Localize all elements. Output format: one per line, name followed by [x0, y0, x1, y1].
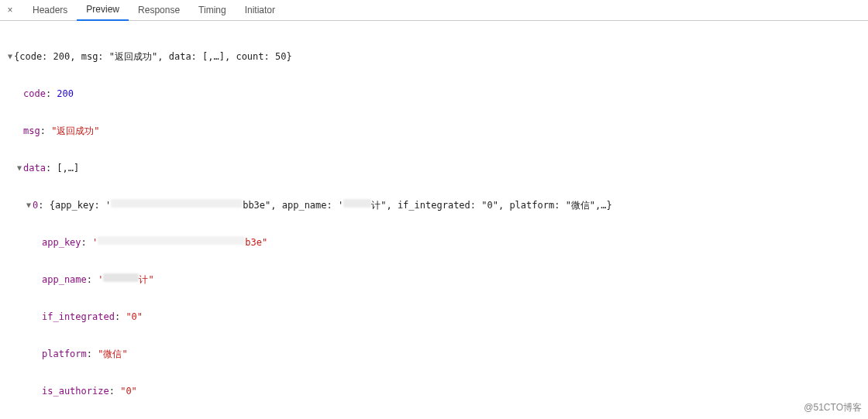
response-preview-tree: ▼{code: 200, msg: "返回成功", data: [,…], co…	[0, 21, 868, 419]
field-app-key[interactable]: ▼app_key: 'b3e"	[6, 236, 868, 249]
field-is-authorize[interactable]: ▼is_authorize: "0"	[6, 385, 868, 397]
root-summary[interactable]: ▼{code: 200, msg: "返回成功", data: [,…], co…	[6, 50, 868, 63]
field-msg[interactable]: ▼msg: "返回成功"	[6, 125, 868, 137]
tab-headers[interactable]: Headers	[23, 0, 77, 20]
field-if-integrated[interactable]: ▼if_integrated: "0"	[6, 311, 868, 323]
data-item-0[interactable]: ▼0: {app_key: 'bb3e", app_name: '计", if_…	[6, 199, 868, 211]
caret-down-icon[interactable]: ▼	[6, 50, 14, 63]
close-icon[interactable]: ×	[5, 5, 16, 15]
caret-down-icon[interactable]: ▼	[16, 162, 23, 174]
field-platform[interactable]: ▼platform: "微信"	[6, 348, 868, 360]
tab-response[interactable]: Response	[129, 0, 189, 20]
tab-initiator[interactable]: Initiator	[236, 0, 284, 20]
watermark: @51CTO博客	[804, 401, 862, 414]
caret-down-icon[interactable]: ▼	[25, 199, 33, 211]
field-data[interactable]: ▼data: [,…]	[6, 162, 868, 174]
devtools-tabs: × Headers Preview Response Timing Initia…	[0, 0, 868, 21]
tab-timing[interactable]: Timing	[189, 0, 236, 20]
tab-preview[interactable]: Preview	[77, 0, 129, 21]
field-code[interactable]: ▼code: 200	[6, 88, 868, 100]
field-app-name[interactable]: ▼app_name: '计"	[6, 273, 868, 286]
